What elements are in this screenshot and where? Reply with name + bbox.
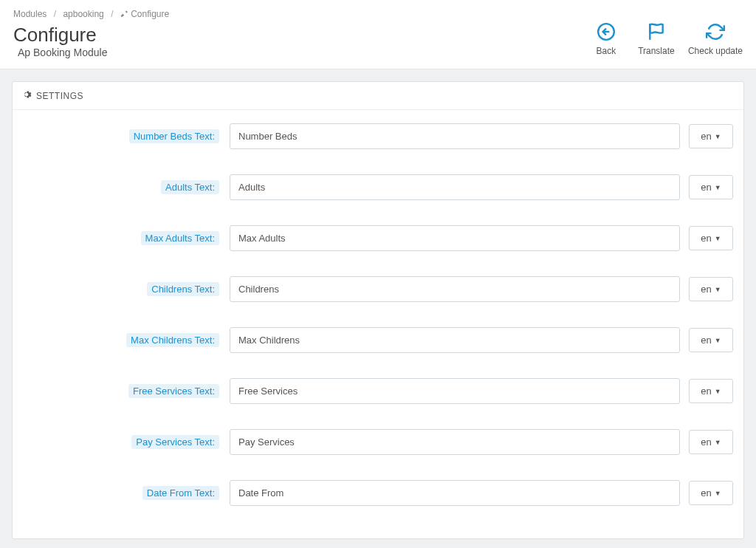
settings-panel: SETTINGS Number Beds Text: en▼ Adults Te… bbox=[12, 81, 744, 539]
lang-button-pay-services[interactable]: en▼ bbox=[689, 430, 733, 454]
chevron-down-icon: ▼ bbox=[715, 337, 721, 344]
label-adults: Adults Text: bbox=[161, 180, 219, 194]
lang-button-free-services[interactable]: en▼ bbox=[689, 379, 733, 403]
breadcrumb-sep: / bbox=[111, 9, 113, 19]
content: SETTINGS Number Beds Text: en▼ Adults Te… bbox=[0, 69, 756, 548]
row-date-from: Date From Text: en▼ bbox=[23, 480, 733, 506]
back-label: Back bbox=[588, 46, 625, 56]
page-title: Configure bbox=[13, 24, 107, 47]
title-block: Configure Ap Booking Module bbox=[13, 24, 107, 58]
breadcrumb-modules[interactable]: Modules bbox=[13, 9, 47, 19]
chevron-down-icon: ▼ bbox=[715, 235, 721, 242]
input-childrens[interactable] bbox=[230, 276, 680, 302]
lang-button-number-beds[interactable]: en▼ bbox=[689, 124, 733, 148]
row-free-services: Free Services Text: en▼ bbox=[23, 378, 733, 404]
row-pay-services: Pay Services Text: en▼ bbox=[23, 429, 733, 455]
label-max-childrens: Max Childrens Text: bbox=[126, 333, 219, 347]
label-pay-services: Pay Services Text: bbox=[131, 435, 219, 449]
chevron-down-icon: ▼ bbox=[715, 490, 721, 497]
breadcrumb-apbooking[interactable]: apbooking bbox=[63, 9, 103, 19]
translate-label: Translate bbox=[638, 46, 675, 56]
row-childrens: Childrens Text: en▼ bbox=[23, 276, 733, 302]
row-adults: Adults Text: en▼ bbox=[23, 174, 733, 200]
label-free-services: Free Services Text: bbox=[128, 384, 219, 398]
toolbar: Back Translate Check update bbox=[588, 22, 743, 56]
chevron-down-icon: ▼ bbox=[715, 286, 721, 293]
wrench-icon bbox=[120, 9, 131, 19]
back-button[interactable]: Back bbox=[588, 22, 625, 56]
input-number-beds[interactable] bbox=[230, 123, 680, 149]
settings-body: Number Beds Text: en▼ Adults Text: en▼ M… bbox=[13, 110, 743, 538]
lang-button-childrens[interactable]: en▼ bbox=[689, 277, 733, 301]
label-date-from: Date From Text: bbox=[142, 486, 219, 500]
check-update-button[interactable]: Check update bbox=[688, 22, 743, 56]
row-number-beds: Number Beds Text: en▼ bbox=[23, 123, 733, 149]
refresh-icon bbox=[688, 22, 743, 41]
input-adults[interactable] bbox=[230, 174, 680, 200]
gears-icon bbox=[21, 89, 32, 102]
label-max-adults: Max Adults Text: bbox=[141, 231, 219, 245]
page-subtitle: Ap Booking Module bbox=[18, 47, 107, 58]
label-number-beds: Number Beds Text: bbox=[129, 129, 219, 143]
input-max-adults[interactable] bbox=[230, 225, 680, 251]
row-max-childrens: Max Childrens Text: en▼ bbox=[23, 327, 733, 353]
chevron-down-icon: ▼ bbox=[715, 133, 721, 140]
row-max-adults: Max Adults Text: en▼ bbox=[23, 225, 733, 251]
settings-panel-heading: SETTINGS bbox=[13, 82, 743, 110]
check-update-label: Check update bbox=[688, 46, 743, 56]
translate-button[interactable]: Translate bbox=[638, 22, 675, 56]
breadcrumb-current: Configure bbox=[131, 9, 169, 19]
lang-button-max-adults[interactable]: en▼ bbox=[689, 226, 733, 250]
chevron-down-icon: ▼ bbox=[715, 439, 721, 446]
input-free-services[interactable] bbox=[230, 378, 680, 404]
breadcrumb-sep: / bbox=[54, 9, 56, 19]
lang-button-max-childrens[interactable]: en▼ bbox=[689, 328, 733, 352]
lang-button-date-from[interactable]: en▼ bbox=[689, 481, 733, 505]
breadcrumb: Modules / apbooking / Configure bbox=[13, 9, 743, 19]
lang-button-adults[interactable]: en▼ bbox=[689, 175, 733, 199]
label-childrens: Childrens Text: bbox=[147, 282, 219, 296]
input-date-from[interactable] bbox=[230, 480, 680, 506]
flag-icon bbox=[638, 22, 675, 41]
page-header: Modules / apbooking / Configure Configur… bbox=[0, 0, 756, 69]
input-max-childrens[interactable] bbox=[230, 327, 680, 353]
chevron-down-icon: ▼ bbox=[715, 184, 721, 191]
arrow-left-circle-icon bbox=[588, 22, 625, 41]
settings-title: SETTINGS bbox=[36, 91, 83, 101]
chevron-down-icon: ▼ bbox=[715, 388, 721, 395]
input-pay-services[interactable] bbox=[230, 429, 680, 455]
